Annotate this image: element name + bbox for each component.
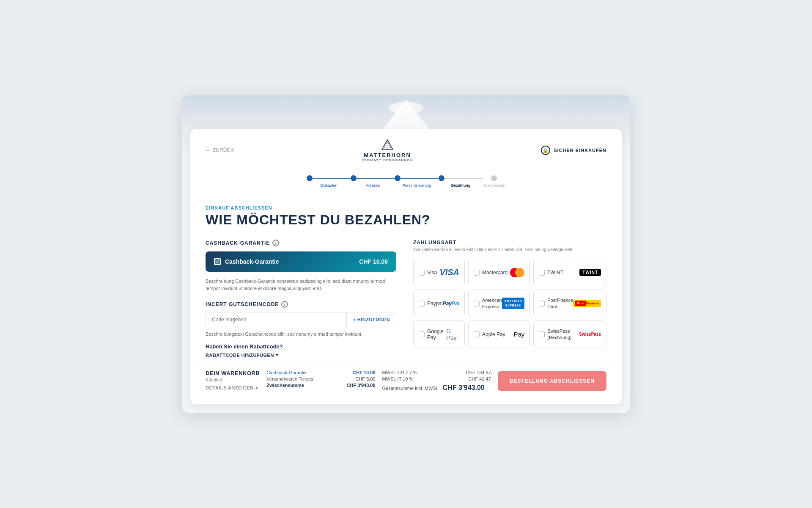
back-link[interactable]: ← ZURÜCK [206,147,234,153]
breakdown-label-1: Versandkosten Tickets [266,376,313,381]
step-dot-bezahlung [439,175,444,181]
page-tag: EINKAUF ABSCHLIESSEN [206,205,606,210]
payment-option-twint[interactable]: TWINT TWINT [533,259,606,286]
step-line-3 [401,178,439,179]
swisspass-logo: SwissPass [579,332,601,337]
applepay-checkbox[interactable] [474,331,480,337]
rabatt-question: Haben Sie einen Rabattcode? [206,343,396,350]
tax-label-ch: MWSt. CH 7.7 % [382,370,417,375]
payment-option-amex[interactable]: American Express AMERICAN EXPRESS [468,290,530,317]
payment-option-mastercard[interactable]: Mastercard [468,259,530,286]
amex-checkbox[interactable] [474,301,480,306]
page-title: WIE MÖCHTEST DU BEZAHLEN? [206,212,606,228]
mastercard-circle-yellow [515,268,524,277]
applepay-logo: Pay [513,331,524,338]
step-label-abschliessen: Abschliessen [483,183,505,188]
voucher-input[interactable] [206,312,346,327]
cashback-heading: CASHBACK-GARANTIE i [206,240,396,246]
chevron-up-icon: ▴ [255,385,258,390]
breakdown-value-0: CHF 10.00 [353,370,375,375]
tax-value-ch: CHF 184.87 [466,370,491,375]
two-column-layout: CASHBACK-GARANTIE i Cashback-Garantie CH… [206,240,606,358]
logo-sub: ZERMATT BERGBAHNEN [362,158,413,162]
step-einkaufen: Einkaufen [307,175,351,188]
chevron-down-icon: ▾ [276,352,279,358]
payment-option-gpay-left: Google Pay [419,329,446,340]
step-personalisierung: Personalisierung [395,175,439,188]
step-line-4 [444,178,483,179]
gpay-label: Google Pay [427,329,446,340]
progress-steps: Einkaufen Adresse Personalisierung [190,170,622,197]
payment-option-paypal[interactable]: Paypal PayPal [413,290,465,317]
mastercard-checkbox[interactable] [474,270,480,276]
payment-option-applepay[interactable]: Apple Pay Pay [468,320,530,348]
breakdown-label-2: Zwischensumme [266,383,304,388]
postfinance-checkbox[interactable] [539,301,545,306]
payment-option-swisspass[interactable]: SwissPass (Rechnung) SwissPass [533,320,606,348]
payment-heading: ZAHLUNGSART [413,240,606,246]
step-label-einkaufen: Einkaufen [320,183,337,188]
postfinance-label: PostFinance Card [547,297,573,309]
footer-bar: DEIN WARENKORB 5 Artikel DETAILS ANZEIGE… [190,362,622,392]
cashback-info-icon[interactable]: i [272,240,279,246]
breakdown-label-0: Cashback-Garantie [266,370,307,375]
payment-option-gpay[interactable]: Google Pay G Pay [413,320,465,348]
cashback-price: CHF 10.00 [359,258,388,265]
paypal-label: Paypal [427,301,443,306]
tax-row-it: MWSt. IT 10 % CHF 42.47 [382,376,491,381]
main-body: EINKAUF ABSCHLIESSEN WIE MÖCHTEST DU BEZ… [190,197,622,362]
payment-option-twint-left: TWINT [539,270,563,276]
header: ← ZURÜCK MATTERHORN ZERMATT BERGBAHNEN 🔒… [190,129,622,170]
step-label-personalisierung: Personalisierung [403,183,431,188]
step-adresse: Adresse [351,175,395,188]
arrow-left-icon: ← [206,147,211,153]
total-label: Gesamtsumme inkl. MWSt. [382,386,439,391]
payment-option-swisspass-left: SwissPass (Rechnung) [539,328,579,340]
details-link-label: DETAILS ANZEIGEN [206,385,254,390]
details-link[interactable]: DETAILS ANZEIGEN ▴ [206,385,260,390]
secure-badge: 🔒 SICHER EINKAUFEN [541,146,606,155]
payment-option-visa[interactable]: Visa VISA [413,259,465,286]
rabatt-link-label: RABATTCODE HINZUFÜGEN [206,353,274,358]
payment-option-mastercard-left: Mastercard [474,270,508,276]
footer-cart: DEIN WARENKORB 5 Artikel DETAILS ANZEIGE… [206,370,260,390]
mastercard-label: Mastercard [482,270,508,276]
voucher-heading-text: INCERT GUTSCHEINCODE [206,301,279,307]
cart-items-count: 5 Artikel [206,377,260,382]
checkout-button[interactable]: BESTELLUNG ABSCHLIESSEN [498,371,606,391]
total-row: Gesamtsumme inkl. MWSt. CHF 3'943.00 [382,384,491,392]
payment-grid: Visa VISA Mastercard [413,259,606,348]
cart-row-zwischen: Zwischensumme CHF 3'943.00 [266,383,375,388]
step-dot-adresse [351,175,357,181]
tax-row-ch: MWSt. CH 7.7 % CHF 184.87 [382,370,491,375]
payment-option-postfinance-left: PostFinance Card [539,297,573,309]
rabatt-link[interactable]: RABATTCODE HINZUFÜGEN ▾ [206,352,396,358]
voucher-info-icon[interactable]: i [281,301,288,308]
main-card: ← ZURÜCK MATTERHORN ZERMATT BERGBAHNEN 🔒… [190,129,622,404]
logo-text: MATTERHORN [364,152,411,158]
logo-icon [381,138,394,152]
logo-area: MATTERHORN ZERMATT BERGBAHNEN [362,138,413,162]
amex-label: American Express [482,297,502,309]
cashback-card-left: Cashback-Garantie [214,258,279,265]
visa-logo: VISA [439,268,459,277]
twint-checkbox[interactable] [539,270,545,276]
gpay-checkbox[interactable] [419,331,425,337]
cashback-card[interactable]: Cashback-Garantie CHF 10.00 [206,251,396,272]
swisspass-checkbox[interactable] [539,331,545,337]
voucher-description: Beschreibungstext Gutscheincode elitr, s… [206,331,396,337]
tax-label-it: MWSt. IT 10 % [382,376,414,381]
voucher-add-button[interactable]: + HINZUFÜGEN [346,312,396,327]
payment-option-postfinance[interactable]: PostFinance Card PostFinance [533,290,606,317]
payment-secure-text: Ihre Daten werden in jedem Fall mittels … [413,247,606,252]
step-label-adresse: Adresse [366,183,380,188]
visa-checkbox[interactable] [419,270,425,276]
payment-option-amex-left: American Express [474,297,502,309]
cashback-checkbox[interactable] [214,258,221,265]
cart-row-cashback: Cashback-Garantie CHF 10.00 [266,370,375,375]
paypal-checkbox[interactable] [419,301,425,306]
gpay-logo: G Pay [446,328,459,341]
payment-option-applepay-left: Apple Pay [474,331,505,337]
step-label-bezahlung: Bezahlung [451,183,471,188]
step-line-1 [313,178,351,179]
